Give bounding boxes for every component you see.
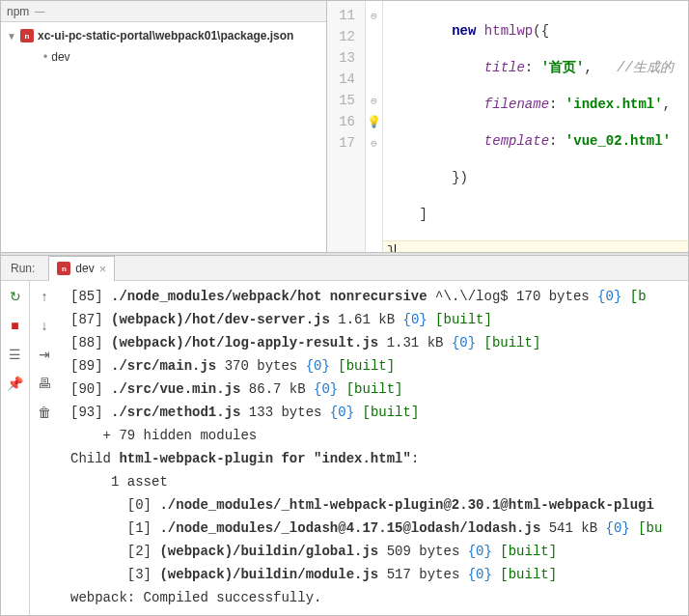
- npm-panel-title: npm: [7, 5, 29, 18]
- tree-root-row[interactable]: ▼ n xc-ui-pc-static-portal\webpack01\pac…: [1, 25, 326, 46]
- fold-marker[interactable]: ⊖: [366, 5, 382, 26]
- tree-script-row[interactable]: • dev: [1, 46, 326, 68]
- npm-sidebar: npm — ▼ n xc-ui-pc-static-portal\webpack…: [1, 1, 327, 252]
- down-button[interactable]: ↓: [35, 316, 54, 335]
- kw-new: new: [452, 23, 476, 39]
- line-number: 14: [327, 69, 365, 90]
- run-header: Run: n dev ×: [1, 256, 688, 281]
- line-number: 16: [327, 111, 365, 132]
- text-caret: [395, 244, 396, 252]
- tree-root-label: xc-ui-pc-static-portal\webpack01\package…: [38, 29, 293, 42]
- line-number: 11: [327, 5, 365, 26]
- rerun-button[interactable]: ↻: [6, 287, 25, 306]
- chevron-down-icon[interactable]: ▼: [7, 31, 16, 42]
- fold-marker[interactable]: ⊖: [366, 132, 382, 154]
- line-number: 15: [327, 90, 365, 111]
- bullet-icon: •: [43, 50, 47, 64]
- layout-button[interactable]: ☰: [6, 345, 25, 364]
- stop-button[interactable]: ■: [6, 316, 25, 335]
- line-number: 13: [327, 47, 365, 69]
- up-button[interactable]: ↑: [35, 287, 54, 306]
- run-label: Run:: [1, 262, 44, 275]
- console-output[interactable]: [85] ./node_modules/webpack/hot nonrecur…: [59, 281, 688, 615]
- line-number: 12: [327, 26, 365, 47]
- run-panel: Run: n dev × ↻ ■ ☰ 📌 ↑ ↓ ⇥ 🖶 🗑 [85] ./no…: [1, 256, 688, 615]
- close-icon[interactable]: ×: [99, 262, 107, 276]
- fold-column: ⊖ ⊖ 💡 ⊖: [366, 1, 383, 252]
- editor-gutter: 11 12 13 14 15 16 17: [327, 1, 366, 252]
- code-area[interactable]: new htmlwp({ title: '首页', //生成的 filename…: [383, 1, 688, 252]
- wrap-button[interactable]: ⇥: [35, 345, 54, 364]
- ident-htmlwp: htmlwp: [484, 23, 533, 39]
- trash-button[interactable]: 🗑: [35, 403, 54, 422]
- npm-panel-header: npm —: [1, 1, 326, 22]
- minus-icon[interactable]: —: [35, 6, 44, 16]
- run-toolbar-primary: ↻ ■ ☰ 📌: [1, 281, 30, 615]
- fold-marker[interactable]: ⊖: [366, 90, 382, 111]
- run-tab-label: dev: [75, 262, 94, 275]
- line-number: 17: [327, 132, 365, 154]
- print-button[interactable]: 🖶: [35, 374, 54, 393]
- tree-script-label: dev: [51, 50, 69, 64]
- pin-button[interactable]: 📌: [6, 374, 25, 393]
- run-toolbar-secondary: ↑ ↓ ⇥ 🖶 🗑: [30, 281, 59, 615]
- code-editor[interactable]: 11 12 13 14 15 16 17 ⊖ ⊖ 💡 ⊖ new htmlwp(…: [327, 1, 688, 252]
- npm-icon: n: [20, 29, 34, 42]
- npm-scripts-tree[interactable]: ▼ n xc-ui-pc-static-portal\webpack01\pac…: [1, 22, 326, 252]
- run-tab-dev[interactable]: n dev ×: [48, 256, 115, 281]
- npm-icon: n: [57, 262, 70, 275]
- lightbulb-icon[interactable]: 💡: [367, 115, 381, 129]
